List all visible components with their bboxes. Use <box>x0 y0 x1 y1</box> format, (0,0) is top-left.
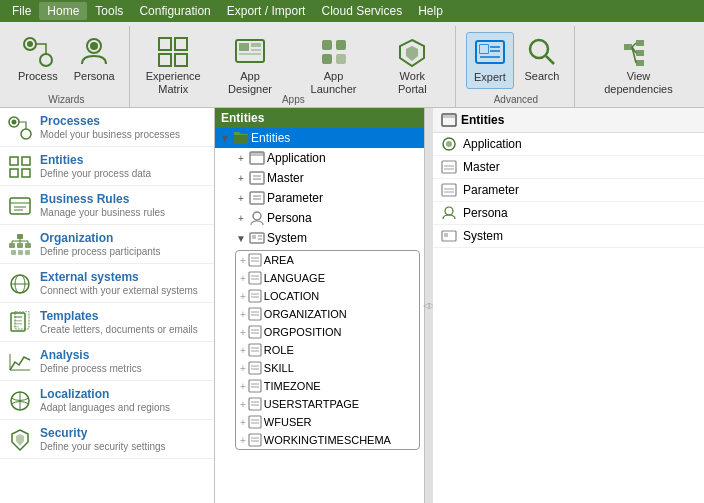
right-item-system[interactable]: System <box>433 225 704 248</box>
sidebar-item-external-systems[interactable]: External systems Connect with your exter… <box>0 264 214 303</box>
sidebar-item-business-rules[interactable]: Business Rules Manage your business rule… <box>0 186 214 225</box>
workingtimeschema-label: WORKINGTIMESCHEMA <box>264 434 391 446</box>
svg-rect-16 <box>322 54 332 64</box>
menu-help[interactable]: Help <box>410 2 451 20</box>
parameter-expand-icon[interactable]: + <box>235 192 247 204</box>
svg-rect-82 <box>249 254 261 266</box>
app-launcher-label: App Launcher <box>299 70 367 96</box>
process-icon <box>22 36 54 68</box>
organization-icon <box>8 233 32 257</box>
sub-item-timezone[interactable]: + TIMEZONE <box>236 377 419 395</box>
process-label: Process <box>18 70 58 83</box>
system-expand-icon[interactable]: ▼ <box>235 232 247 244</box>
app-launcher-button[interactable]: App Launcher <box>293 32 373 100</box>
svg-rect-68 <box>234 134 248 144</box>
search-icon <box>526 36 558 68</box>
security-icon <box>8 428 32 452</box>
panel-divider[interactable] <box>425 108 433 503</box>
templates-title: Templates <box>40 309 198 323</box>
svg-rect-17 <box>336 54 346 64</box>
svg-point-77 <box>253 212 261 220</box>
tree-node-application[interactable]: + Application <box>215 148 424 168</box>
external-systems-icon <box>8 272 32 296</box>
tree-node-system[interactable]: ▼ System <box>215 228 424 248</box>
entities-desc: Define your process data <box>40 168 151 179</box>
tree-node-parameter[interactable]: + Parameter <box>215 188 424 208</box>
sidebar-item-analysis[interactable]: Analysis Define process metrics <box>0 342 214 381</box>
menu-configuration[interactable]: Configuration <box>131 2 218 20</box>
organization-label: ORGANIZATION <box>264 308 347 320</box>
security-title: Security <box>40 426 166 440</box>
processes-icon <box>8 116 32 140</box>
persona-button[interactable]: Persona <box>68 32 121 87</box>
expert-button[interactable]: Expert <box>466 32 514 89</box>
persona-label: Persona <box>74 70 115 83</box>
master-expand-icon[interactable]: + <box>235 172 247 184</box>
right-item-application[interactable]: Application <box>433 133 704 156</box>
security-desc: Define your security settings <box>40 441 166 452</box>
tree-node-master[interactable]: + Master <box>215 168 424 188</box>
sub-item-userstartpage[interactable]: + USERSTARTPAGE <box>236 395 419 413</box>
app-designer-label: App Designer <box>217 70 284 96</box>
sub-item-location[interactable]: + LOCATION <box>236 287 419 305</box>
process-button[interactable]: Process <box>12 32 64 87</box>
entities-expand-icon[interactable]: ▼ <box>219 132 231 144</box>
svg-rect-122 <box>442 184 456 196</box>
menu-tools[interactable]: Tools <box>87 2 131 20</box>
sub-item-language[interactable]: + LANGUAGE <box>236 269 419 287</box>
entities-text: Entities Define your process data <box>40 153 151 179</box>
svg-rect-127 <box>444 233 448 237</box>
application-expand-icon[interactable]: + <box>235 152 247 164</box>
sidebar-item-organization[interactable]: Organization Define process participants <box>0 225 214 264</box>
app-designer-button[interactable]: App Designer <box>211 32 290 100</box>
svg-rect-94 <box>249 326 261 338</box>
right-persona-label: Persona <box>463 206 508 220</box>
sidebar-item-templates[interactable]: Templates Create letters, documents or e… <box>0 303 214 342</box>
search-button[interactable]: Search <box>518 32 566 87</box>
view-dependencies-button[interactable]: View dependencies <box>585 32 692 100</box>
sidebar-item-localization[interactable]: Localization Adapt languages and regions <box>0 381 214 420</box>
external-systems-title: External systems <box>40 270 198 284</box>
tree-node-entities[interactable]: ▼ Entities <box>215 128 424 148</box>
processes-text: Processes Model your business processes <box>40 114 180 140</box>
sub-item-wfuser[interactable]: + WFUSER <box>236 413 419 431</box>
sidebar-item-processes[interactable]: Processes Model your business processes <box>0 108 214 147</box>
svg-point-35 <box>12 120 17 125</box>
right-item-master[interactable]: Master <box>433 156 704 179</box>
work-portal-label: Work Portal <box>384 70 441 96</box>
master-right-icon <box>441 159 457 175</box>
menu-cloud-services[interactable]: Cloud Services <box>313 2 410 20</box>
toolbar: Process Persona Wizards <box>0 22 704 108</box>
sub-item-area[interactable]: + AREA <box>236 251 419 269</box>
experience-matrix-button[interactable]: ExperienceMatrix <box>140 32 207 100</box>
menu-export-import[interactable]: Export / Import <box>219 2 314 20</box>
sidebar-item-entities[interactable]: Entities Define your process data <box>0 147 214 186</box>
sidebar-item-security[interactable]: Security Define your security settings <box>0 420 214 459</box>
sub-item-skill[interactable]: + SKILL <box>236 359 419 377</box>
sub-item-orgposition[interactable]: + ORGPOSITION <box>236 323 419 341</box>
svg-rect-40 <box>10 198 30 214</box>
sub-item-role[interactable]: + ROLE <box>236 341 419 359</box>
right-item-persona[interactable]: Persona <box>433 202 704 225</box>
toolbar-group-misc: View dependencies <box>577 26 700 107</box>
persona-right-icon <box>441 205 457 221</box>
parameter-entity-icon <box>249 190 265 206</box>
tree-parameter-label: Parameter <box>267 191 323 205</box>
svg-rect-103 <box>249 380 261 392</box>
business-rules-desc: Manage your business rules <box>40 207 165 218</box>
svg-rect-14 <box>322 40 332 50</box>
business-rules-text: Business Rules Manage your business rule… <box>40 192 165 218</box>
menu-file[interactable]: File <box>4 2 39 20</box>
persona-expand-icon[interactable]: + <box>235 212 247 224</box>
work-portal-button[interactable]: Work Portal <box>378 32 447 100</box>
svg-point-2 <box>27 41 33 47</box>
tree-node-persona[interactable]: + Persona <box>215 208 424 228</box>
right-item-parameter[interactable]: Parameter <box>433 179 704 202</box>
sub-item-workingtimeschema[interactable]: + WORKINGTIMESCHEMA <box>236 431 419 449</box>
analysis-text: Analysis Define process metrics <box>40 348 142 374</box>
sub-item-organization[interactable]: + ORGANIZATION <box>236 305 419 323</box>
menu-home[interactable]: Home <box>39 2 87 20</box>
timezone-label: TIMEZONE <box>264 380 321 392</box>
experience-matrix-icon <box>157 36 189 68</box>
analysis-icon <box>8 350 32 374</box>
